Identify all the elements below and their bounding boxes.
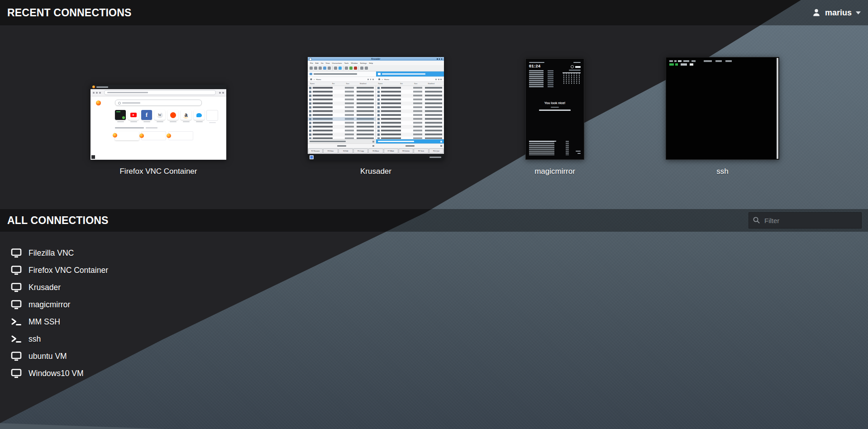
connection-item-magicmirror[interactable]: magicmirror bbox=[11, 296, 156, 313]
mm-news-table bbox=[529, 141, 569, 155]
mm-weather-and-month bbox=[563, 62, 581, 87]
kr-breadcrumb-bars: >Home >Home bbox=[308, 77, 444, 82]
shortcut-wikipedia: W bbox=[154, 110, 165, 123]
pocket-card-ghost bbox=[168, 131, 193, 140]
recent-card-label: Krusader bbox=[360, 167, 391, 176]
kr-left-panel bbox=[308, 86, 376, 139]
mm-moon-line bbox=[573, 62, 581, 63]
shortcut-amazon: a bbox=[181, 110, 191, 123]
mm-feels-like-line bbox=[569, 70, 581, 71]
ff-tab-strip bbox=[91, 85, 226, 89]
terminal-prompt-line bbox=[669, 60, 738, 62]
recent-card-krusader[interactable]: Krusader FileEditGoViewUseractionsToolsW… bbox=[308, 57, 444, 176]
mm-calendar-events bbox=[529, 70, 553, 87]
recent-card-label: ssh bbox=[716, 167, 728, 176]
recent-card-label: Firefox VNC Container bbox=[119, 167, 197, 176]
mm-footer-lines bbox=[576, 151, 581, 154]
terminal-icon bbox=[11, 317, 22, 327]
firefox-thumbnail: f W a bbox=[91, 85, 226, 160]
mm-subline bbox=[551, 107, 559, 108]
connection-item-krusader[interactable]: Krusader bbox=[11, 279, 156, 296]
connection-item-firefox-vnc-container[interactable]: Firefox VNC Container bbox=[11, 262, 156, 279]
monitor-icon bbox=[11, 265, 22, 275]
mm-forecast-line bbox=[539, 110, 571, 111]
recent-connections-title: RECENT CONNECTIONS bbox=[7, 7, 132, 19]
shortcut-empty bbox=[207, 110, 218, 123]
connection-item-ubuntu-vm[interactable]: ubuntu VM bbox=[11, 348, 156, 365]
ff-search-bar bbox=[115, 100, 202, 106]
ff-pocket-row bbox=[115, 127, 202, 129]
monitor-icon bbox=[11, 368, 22, 378]
ff-shortcut-tiles: f W a bbox=[115, 110, 202, 123]
user-icon bbox=[812, 8, 821, 17]
monitor-icon bbox=[11, 351, 22, 361]
connection-item-mm-ssh[interactable]: MM SSH bbox=[11, 313, 156, 330]
filter-input[interactable] bbox=[749, 212, 862, 229]
recent-card-label: magicmirror bbox=[534, 167, 575, 176]
all-connections-list: Filezilla VNC Firefox VNC Container Krus… bbox=[0, 232, 868, 382]
search-icon bbox=[753, 216, 760, 224]
monitor-icon bbox=[11, 300, 22, 310]
recent-connections-row: f W a bbox=[0, 57, 868, 176]
ff-corner-widget bbox=[91, 155, 95, 159]
chevron-down-icon bbox=[856, 11, 861, 14]
ff-pocket-cards bbox=[115, 131, 202, 140]
user-menu[interactable]: marius bbox=[812, 8, 861, 18]
filter-box bbox=[749, 212, 862, 229]
kr-selection-bars bbox=[308, 143, 444, 148]
mm-compliment-text: You look nice! bbox=[526, 101, 584, 105]
recent-connections-section: f W a bbox=[0, 25, 868, 209]
shortcut-twitter bbox=[194, 110, 205, 123]
recent-card-firefox-vnc[interactable]: f W a bbox=[91, 85, 226, 176]
kr-status-strip bbox=[308, 154, 444, 160]
shortcut-terminal bbox=[115, 110, 126, 123]
mm-month-calendar bbox=[563, 72, 581, 85]
mm-date-line bbox=[529, 62, 544, 63]
kr-totals-bars bbox=[308, 139, 444, 143]
connection-item-ssh[interactable]: ssh bbox=[11, 330, 156, 348]
kr-right-panel bbox=[376, 86, 444, 139]
ff-url-bar bbox=[104, 90, 216, 95]
ssh-terminal-thumbnail bbox=[666, 57, 779, 160]
mm-weather-icon bbox=[571, 65, 581, 68]
pocket-card bbox=[115, 131, 139, 140]
kr-column-headers: NameExtSizeModified NameExtSizeModified bbox=[308, 82, 444, 86]
connection-item-filezilla-vnc[interactable]: Filezilla VNC bbox=[11, 244, 156, 262]
firefox-logo-icon bbox=[96, 100, 101, 105]
shortcut-facebook: f bbox=[141, 110, 152, 123]
all-connections-header-bar: ALL CONNECTIONS bbox=[0, 209, 868, 232]
all-connections-title: ALL CONNECTIONS bbox=[7, 214, 109, 227]
kr-file-panels bbox=[308, 86, 444, 139]
user-name: marius bbox=[825, 8, 852, 18]
connection-item-windows10-vm[interactable]: Windows10 VM bbox=[11, 365, 156, 382]
kr-toolbar bbox=[308, 65, 444, 72]
mm-clock: 01:24 bbox=[529, 64, 553, 68]
magicmirror-thumbnail: 01:24 You look nice! bbox=[525, 58, 584, 160]
pocket-card-ghost bbox=[141, 131, 166, 140]
shortcut-reddit bbox=[167, 110, 178, 123]
kr-disk-usage-bars bbox=[308, 72, 444, 77]
terminal-scrollbar bbox=[777, 58, 778, 159]
monitor-icon bbox=[11, 248, 22, 258]
ff-new-tab-page: f W a bbox=[91, 96, 226, 160]
terminal-icon bbox=[11, 334, 22, 344]
kr-menubar: FileEditGoViewUseractionsToolsWindowSett… bbox=[308, 61, 444, 65]
app-header: RECENT CONNECTIONS marius bbox=[0, 0, 868, 25]
ff-nav-toolbar bbox=[91, 89, 226, 96]
kr-function-key-buttons: F2 RenameF3 ViewF4 EditF5 CopyF6 MoveF7 … bbox=[308, 148, 444, 154]
shortcut-youtube bbox=[128, 110, 139, 123]
recent-card-ssh[interactable]: ssh bbox=[666, 57, 779, 176]
terminal-output-line bbox=[669, 63, 710, 66]
krusader-thumbnail: Krusader FileEditGoViewUseractionsToolsW… bbox=[308, 57, 444, 160]
guacamole-home-screen: RECENT CONNECTIONS marius bbox=[0, 0, 868, 429]
kr-titlebar: Krusader bbox=[308, 57, 444, 61]
mm-clock-and-events: 01:24 bbox=[529, 62, 553, 87]
monitor-icon bbox=[11, 282, 22, 292]
recent-card-magicmirror[interactable]: 01:24 You look nice! bbox=[525, 58, 584, 176]
